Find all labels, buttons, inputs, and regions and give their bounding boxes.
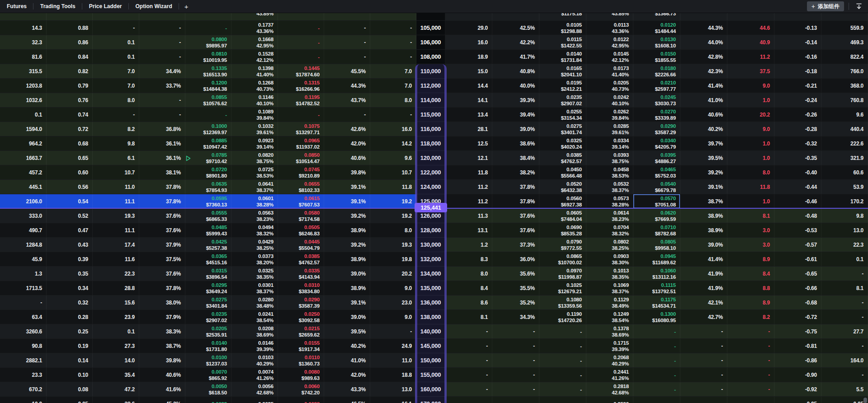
put-position-cell[interactable]: 8.0: [727, 165, 774, 179]
call-qty-cell[interactable]: 14.2: [370, 136, 416, 150]
call-delta-cell[interactable]: 0.28: [47, 310, 93, 324]
call-volume-cell[interactable]: 0.1: [0, 108, 47, 122]
put-iv-cell[interactable]: 38.6%: [492, 136, 539, 150]
strike-cell[interactable]: 136,000: [416, 295, 445, 309]
put-bid-cell[interactable]: 0.0790$9772.55: [539, 238, 586, 252]
call-delta-cell[interactable]: 0.05: [47, 397, 93, 403]
call-volume-cell[interactable]: 90.8: [0, 339, 47, 353]
call-position-cell[interactable]: 11.6: [93, 252, 139, 266]
put-position-cell[interactable]: 1.0: [727, 194, 774, 208]
call-mark-cell[interactable]: 0.049438.32%: [231, 223, 278, 237]
put-ask-iv-cell[interactable]: 41.9%: [680, 281, 727, 295]
call-volume-cell[interactable]: 445.1: [0, 180, 47, 194]
call-iv-cell[interactable]: -: [139, 93, 185, 107]
call-volume-cell[interactable]: 333.0: [0, 209, 47, 223]
call-ask-cell[interactable]: 0.0215$2659.62: [278, 324, 324, 338]
call-delta-cell[interactable]: 0.86: [47, 35, 93, 49]
call-delta-cell[interactable]: 0.32: [47, 295, 93, 309]
put-ask-cell[interactable]: 0.0620$7669.59: [633, 209, 680, 223]
put-iv-cell[interactable]: 38.2%: [492, 165, 539, 179]
put-volume-cell[interactable]: 559.9: [821, 21, 868, 35]
call-bid-cell[interactable]: 0.0235$2907.02: [185, 310, 231, 324]
scroll-to-bottom-icon[interactable]: [854, 1, 864, 11]
put-bid-cell[interactable]: 0.0970$11998.87: [539, 267, 586, 281]
call-delta-cell[interactable]: 0.79: [47, 79, 93, 93]
put-delta-cell[interactable]: -0.57: [774, 238, 821, 252]
call-bid-cell[interactable]: 0.0785$9710.42: [185, 151, 231, 165]
tab-price-ladder[interactable]: Price Ladder: [82, 0, 129, 13]
chain-row-114000[interactable]: 1032.60.768.0-0.0855$10576.620.114640.10…: [0, 93, 868, 108]
call-ask-cell[interactable]: 0.0335$4143.94: [278, 267, 324, 281]
call-volume-cell[interactable]: 315.5: [0, 64, 47, 78]
call-ask-iv-cell[interactable]: 44.3%: [324, 79, 370, 93]
put-ask-iv-cell[interactable]: 38.9%: [680, 223, 727, 237]
put-delta-cell[interactable]: -0.81: [774, 339, 821, 353]
put-iv-cell[interactable]: 35.6%: [492, 267, 539, 281]
call-position-cell[interactable]: 28.8: [93, 281, 139, 295]
call-iv-cell[interactable]: 41.6%: [139, 382, 185, 396]
call-volume-cell[interactable]: 1203.8: [0, 79, 47, 93]
put-ask-iv-cell[interactable]: 38.9%: [680, 209, 727, 223]
put-iv-cell[interactable]: 40.0%: [492, 79, 539, 93]
put-mark-cell[interactable]: 0.281842.68%: [586, 382, 633, 396]
call-ask-iv-cell[interactable]: -: [324, 108, 370, 122]
call-iv-cell[interactable]: 37.9%: [139, 238, 185, 252]
put-volume-cell[interactable]: 53.9: [821, 180, 868, 194]
put-ask-iv-cell[interactable]: -: [680, 324, 727, 338]
put-mark-cell[interactable]: 0.101338.35%: [586, 267, 633, 281]
put-ask-cell[interactable]: 0.1175$14534.71: [633, 295, 680, 309]
call-mark-cell[interactable]: 0.030138.37%: [231, 281, 278, 295]
call-qty-cell[interactable]: 9.0: [370, 310, 416, 324]
call-bid-cell[interactable]: 0.0425$5257.38: [185, 238, 231, 252]
put-bid-cell[interactable]: 0.0115$1422.55: [539, 35, 586, 49]
put-mark-cell[interactable]: 0.080238.25%: [586, 238, 633, 252]
call-volume-cell[interactable]: 10.0: [0, 397, 47, 403]
call-iv-cell[interactable]: 38.7%: [139, 339, 185, 353]
put-position-cell[interactable]: -: [727, 382, 774, 396]
call-mark-cell[interactable]: 0.108939.84%: [231, 108, 278, 122]
put-mark-cell[interactable]: 0.045838.53%: [586, 165, 633, 179]
put-ask-iv-cell[interactable]: 42.8%: [680, 50, 727, 64]
call-mark-cell[interactable]: 43.85%: [231, 13, 278, 20]
put-iv-cell[interactable]: 37.6%: [492, 209, 539, 223]
put-ask-iv-cell[interactable]: 39.5%: [680, 151, 727, 165]
put-position-cell[interactable]: 8.9: [727, 295, 774, 309]
put-ask-cell[interactable]: 0.0270$3339.89: [633, 108, 680, 122]
put-position-cell[interactable]: -: [727, 397, 774, 403]
chain-row-136000[interactable]: -0.3215.638.0%0.0275$3401.840.028038.48%…: [0, 295, 868, 310]
call-iv-cell[interactable]: -: [139, 35, 185, 49]
put-bid-cell[interactable]: 0.0105$1298.88: [539, 21, 586, 35]
strike-cell[interactable]: 132,000: [416, 252, 445, 266]
call-position-cell[interactable]: 19.3: [93, 209, 139, 223]
call-iv-cell[interactable]: 40.6%: [139, 368, 185, 382]
call-position-cell[interactable]: 38.6: [93, 397, 139, 403]
call-qty-cell[interactable]: -: [370, 21, 416, 35]
put-bid-cell[interactable]: 0.0140$1731.84: [539, 50, 586, 64]
call-delta-cell[interactable]: 0.72: [47, 122, 93, 136]
call-mark-cell[interactable]: 0.082038.75%: [231, 151, 278, 165]
call-volume-cell[interactable]: 45.9: [0, 252, 47, 266]
call-delta-cell[interactable]: 0.35: [47, 267, 93, 281]
put-volume-cell[interactable]: 60.6: [821, 165, 868, 179]
call-ask-iv-cell[interactable]: 39.2%: [324, 209, 370, 223]
put-ask-iv-cell[interactable]: 40.2%: [680, 122, 727, 136]
call-bid-cell[interactable]: 0.0315$3896.54: [185, 267, 231, 281]
call-ask-cell[interactable]: 0.1195$14782.52: [278, 93, 324, 107]
call-bid-cell[interactable]: 0.0365$4515.16: [185, 252, 231, 266]
chain-row-140000[interactable]: 3260.60.250.138.3%0.0205$2535.910.020838…: [0, 324, 868, 339]
put-delta-cell[interactable]: -0.16: [774, 50, 821, 64]
call-position-cell[interactable]: 47.2: [93, 382, 139, 396]
call-volume-cell[interactable]: 1713.5: [0, 281, 47, 295]
put-mark-cell[interactable]: 0.171539.39%: [586, 339, 633, 353]
put-ask-cell[interactable]: 0.0570$7051.08: [633, 194, 680, 208]
put-qty-cell[interactable]: 16.0: [445, 35, 492, 49]
put-qty-cell[interactable]: -: [445, 339, 492, 353]
call-ask-cell[interactable]: 0.1315$16266.96: [278, 79, 324, 93]
call-delta-cell[interactable]: 0.34: [47, 281, 93, 295]
put-volume-cell[interactable]: 822.4: [821, 50, 868, 64]
call-iv-cell[interactable]: 45.2%: [139, 397, 185, 403]
call-delta-cell[interactable]: 0.76: [47, 93, 93, 107]
put-bid-cell[interactable]: 0.0385$4762.57: [539, 151, 586, 165]
call-qty-cell[interactable]: 10.7: [370, 165, 416, 179]
put-qty-cell[interactable]: 12.5: [445, 136, 492, 150]
